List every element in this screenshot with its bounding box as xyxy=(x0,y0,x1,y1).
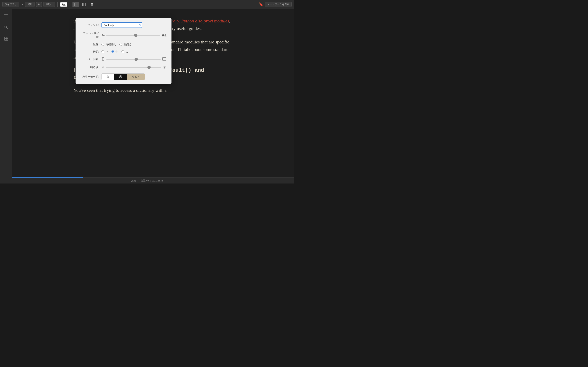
svg-rect-3 xyxy=(91,3,92,4)
layout-control: 両端揃え 左揃え xyxy=(102,43,166,46)
spacing-medium-label: 中 xyxy=(116,50,118,54)
layout-justify-radio[interactable] xyxy=(102,43,104,46)
svg-rect-2 xyxy=(84,3,85,6)
spacing-medium-radio[interactable] xyxy=(112,50,114,53)
color-mode-group: 白 黒 セビア xyxy=(102,73,145,80)
font-size-small-label: Aa xyxy=(102,34,104,37)
page-narrow-icon xyxy=(102,57,105,61)
spacing-large-radio[interactable] xyxy=(121,50,124,53)
separator-1 xyxy=(57,2,58,7)
red-modules: modules xyxy=(214,18,229,24)
brightness-row: 明るさ: ☀ ☀ xyxy=(81,65,166,70)
font-settings-button[interactable]: Aa xyxy=(60,2,67,7)
spacing-small-label: 小 xyxy=(105,50,108,54)
position-info: 位置No. 3122/12833 xyxy=(141,179,163,183)
page-width-control xyxy=(102,57,166,61)
layout-left-option[interactable]: 左揃え xyxy=(120,43,131,46)
svg-line-11 xyxy=(7,28,8,29)
color-white-button[interactable]: 白 xyxy=(102,74,114,80)
content-area: フォント: Bookerly Georgia Palatino Times Ne… xyxy=(12,9,294,178)
font-control: Bookerly Georgia Palatino Times New Roma… xyxy=(102,22,166,28)
paragraph-3: You've seen that trying to access a dict… xyxy=(73,86,233,94)
grid-icon xyxy=(90,3,94,6)
single-col-icon xyxy=(74,3,77,6)
layout-left-label: 左揃え xyxy=(123,43,131,46)
red-text-1: rary. Python also provi xyxy=(172,18,213,24)
layout-justify-label: 両端揃え xyxy=(105,43,116,46)
bookmark-button[interactable]: 🔖 xyxy=(259,2,263,7)
svg-rect-16 xyxy=(102,58,104,60)
font-size-slider[interactable] xyxy=(106,35,160,36)
font-select[interactable]: Bookerly Georgia Palatino Times New Roma… xyxy=(102,22,142,28)
font-size-control: Aa Aa xyxy=(102,33,166,38)
svg-rect-1 xyxy=(82,3,84,6)
sidebar-menu-icon[interactable] xyxy=(2,12,10,20)
layout-row: 配置: 両端揃え 左揃え xyxy=(81,43,166,46)
brightness-slider[interactable] xyxy=(106,67,161,68)
progress-bar-fill xyxy=(12,177,83,178)
svg-rect-14 xyxy=(4,39,6,40)
layout-label: 配置: xyxy=(81,43,99,46)
font-size-large-label: Aa xyxy=(162,33,166,38)
library-button[interactable]: ライブラリ xyxy=(2,2,19,7)
sidebar-search-icon[interactable] xyxy=(2,24,10,31)
progress-percent: 25% xyxy=(131,179,136,182)
line-spacing-label: 行間: xyxy=(81,50,99,54)
svg-rect-5 xyxy=(91,4,92,6)
move-button[interactable]: 移動... xyxy=(43,2,55,7)
color-sepia-button[interactable]: セビア xyxy=(127,74,145,80)
svg-rect-13 xyxy=(6,37,8,39)
toolbar: ライブラリ ‹ 戻る ↻ 移動... Aa 🔖 ノートブックを表示 xyxy=(0,0,294,9)
font-select-wrapper: Bookerly Georgia Palatino Times New Roma… xyxy=(102,22,142,28)
notebook-button[interactable]: ノートブックを表示 xyxy=(265,2,292,7)
svg-rect-0 xyxy=(74,3,77,6)
brightness-high-icon: ☀ xyxy=(163,65,166,70)
sidebar-pages-icon[interactable] xyxy=(2,35,10,42)
line-spacing-control: 小 中 大 xyxy=(102,50,166,54)
line-spacing-row: 行間: 小 中 大 xyxy=(81,50,166,54)
svg-rect-12 xyxy=(4,37,6,39)
svg-rect-7 xyxy=(4,15,8,15)
refresh-button[interactable]: ↻ xyxy=(36,2,42,7)
spacing-small-radio[interactable] xyxy=(102,50,104,53)
progress-bar-container xyxy=(12,177,294,178)
layout-justify-option[interactable]: 両端揃え xyxy=(102,43,116,46)
page-wide-icon xyxy=(162,57,166,61)
font-size-row: フォントサイズ: Aa Aa xyxy=(81,32,166,39)
spacing-medium-option[interactable]: 中 xyxy=(112,50,118,54)
spacing-large-option[interactable]: 大 xyxy=(121,50,128,54)
svg-rect-15 xyxy=(6,39,8,40)
two-col-icon xyxy=(82,3,86,6)
settings-popup: フォント: Bookerly Georgia Palatino Times Ne… xyxy=(76,18,172,84)
brightness-low-icon: ☀ xyxy=(102,66,104,69)
nav-back-arrow: ‹ xyxy=(21,2,24,7)
svg-rect-9 xyxy=(4,17,8,17)
page-width-label: ページ幅: xyxy=(81,58,99,61)
spacing-large-label: 大 xyxy=(126,50,128,54)
page-width-row: ページ幅: xyxy=(81,57,166,61)
status-bar: 25% 位置No. 3122/12833 xyxy=(0,178,294,184)
svg-rect-8 xyxy=(4,16,8,16)
svg-rect-6 xyxy=(92,4,93,6)
grid-btn[interactable] xyxy=(89,2,95,7)
layout-left-radio[interactable] xyxy=(120,43,122,46)
page-width-slider[interactable] xyxy=(106,59,161,60)
single-column-btn[interactable] xyxy=(72,2,79,7)
separator-2 xyxy=(70,2,70,7)
toolbar-right: 🔖 ノートブックを表示 xyxy=(259,2,292,7)
main-layout: フォント: Bookerly Georgia Palatino Times Ne… xyxy=(0,9,294,178)
color-black-button[interactable]: 黒 xyxy=(114,74,127,80)
font-row: フォント: Bookerly Georgia Palatino Times Ne… xyxy=(81,22,166,28)
font-label: フォント: xyxy=(81,23,99,27)
svg-rect-17 xyxy=(163,58,166,60)
nav-group: ‹ 戻る xyxy=(21,2,35,7)
svg-rect-4 xyxy=(92,3,93,4)
brightness-control: ☀ ☀ xyxy=(102,65,166,70)
spacing-small-option[interactable]: 小 xyxy=(102,50,108,54)
back-button[interactable]: 戻る xyxy=(25,2,35,7)
brightness-label: 明るさ: xyxy=(81,66,99,69)
font-size-label: フォントサイズ: xyxy=(81,32,99,39)
color-mode-label: カラーモード: xyxy=(81,75,99,78)
two-column-btn[interactable] xyxy=(81,2,87,7)
color-mode-row: カラーモード: 白 黒 セビア xyxy=(81,73,166,80)
